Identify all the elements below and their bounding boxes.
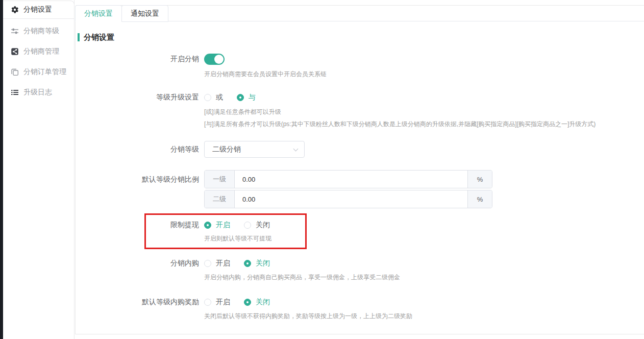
tab-bar: 分销设置 通知设置 [75,5,644,21]
sidebar-item-distributor-management[interactable]: 分销商管理 [3,41,74,62]
radio-option-off[interactable]: 关闭 [244,221,270,230]
form-label: 默认等级内购奖励 [76,298,199,307]
helper-upgrade-and: [与]满足所有条件才可以升级(ps:其中下级粉丝人数和下级分销商人数是上级分销商… [204,120,644,128]
sidebar-item-label: 分销商管理 [23,47,59,56]
percent-suffix: % [467,190,492,208]
distribution-level-select[interactable]: 二级分销 [204,141,305,158]
form-row-enable-distribution: 开启分销 [76,54,644,65]
ratio-prefix-level2: 二级 [205,190,235,208]
copy-icon [11,68,19,76]
tab-notification-settings[interactable]: 通知设置 [121,5,168,22]
sidebar-item-distributor-level[interactable]: 分销商等级 [3,21,74,41]
helper-internal-purchase: 开启分销内购，分销商自己购买商品，享受一级佣金，上级享受二级佣金 [204,273,644,281]
helper-upgrade-or: [或]满足任意条件都可以升级 [204,108,644,116]
radio-option-off[interactable]: 关闭 [244,298,270,307]
helper-default-purchase-reward: 关闭后默认等级不获得内购奖励，奖励等级按上级为一级，上上级为二级奖励 [204,312,644,320]
radio-option-on[interactable]: 开启 [204,298,230,307]
toggle-knob [214,55,224,64]
radio-icon[interactable] [204,299,211,306]
share-square-icon [11,47,19,56]
form-row-withdraw-limit: 限制提现 开启 关闭 [76,221,644,230]
helper-withdraw-limit: 开启则默认等级不可提现 [204,234,644,243]
ratio-input-level1[interactable] [235,171,467,188]
ratio-input-level2[interactable] [235,190,467,208]
radio-option-on[interactable]: 开启 [204,221,230,230]
radio-icon[interactable] [244,299,251,306]
percent-suffix: % [467,171,492,188]
form-label: 限制提现 [76,221,199,230]
sidebar: 分销设置 分销商等级 分销商管理 分销订单管理 升级日志 [3,0,75,339]
section-title: 分销设置 [78,32,644,42]
form-label: 等级升级设置 [76,93,199,102]
radio-option-off[interactable]: 关闭 [244,259,270,268]
radio-icon[interactable] [204,222,211,229]
list-icon [11,88,19,96]
sidebar-item-label: 升级日志 [23,88,52,97]
sidebar-item-upgrade-log[interactable]: 升级日志 [3,82,74,103]
form-label: 开启分销 [76,55,199,64]
radio-option-and[interactable]: 与 [237,93,256,102]
form-row-default-ratio: 默认等级分销比例 一级 % 二级 % [76,170,644,208]
sidebar-item-distribution-orders[interactable]: 分销订单管理 [3,62,74,82]
form-label: 分销等级 [76,145,199,154]
radio-option-on[interactable]: 开启 [204,259,230,268]
tab-distribution-settings[interactable]: 分销设置 [75,5,122,22]
radio-icon[interactable] [244,222,251,229]
enable-distribution-toggle[interactable] [204,54,225,65]
sidebar-item-label: 分销订单管理 [23,67,66,77]
sidebar-item-label: 分销商等级 [23,27,59,36]
form-row-default-purchase-reward: 默认等级内购奖励 开启 关闭 [76,298,644,307]
radio-icon[interactable] [244,260,251,267]
section-title-bar [78,33,80,41]
radio-icon[interactable] [204,260,211,267]
radio-icon[interactable] [204,94,211,101]
form-row-distribution-level: 分销等级 二级分销 [76,141,644,158]
ratio-prefix-level1: 一级 [205,171,235,188]
gear-icon [11,6,19,14]
radio-option-or[interactable]: 或 [204,93,223,102]
helper-enable-distribution: 开启分销商需要在会员设置中开启会员关系链 [204,70,644,78]
sidebar-item-distribution-settings[interactable]: 分销设置 [3,1,75,19]
form-label: 分销内购 [76,259,199,268]
sidebar-item-label: 分销设置 [23,5,52,14]
chevron-down-icon [293,147,299,152]
select-value: 二级分销 [212,145,241,154]
form-row-upgrade-condition: 等级升级设置 或 与 [76,93,644,102]
radio-icon[interactable] [237,94,244,101]
sliders-icon [11,27,19,35]
form-label: 默认等级分销比例 [76,170,199,188]
form-row-internal-purchase: 分销内购 开启 关闭 [76,259,644,268]
ratio-input-group-level1: 一级 % [204,170,492,188]
ratio-input-group-level2: 二级 % [204,190,492,208]
settings-panel: 分销设置 通知设置 分销设置 开启分销 开启分销商需要在会员设置中开启会员关系链… [75,5,644,334]
